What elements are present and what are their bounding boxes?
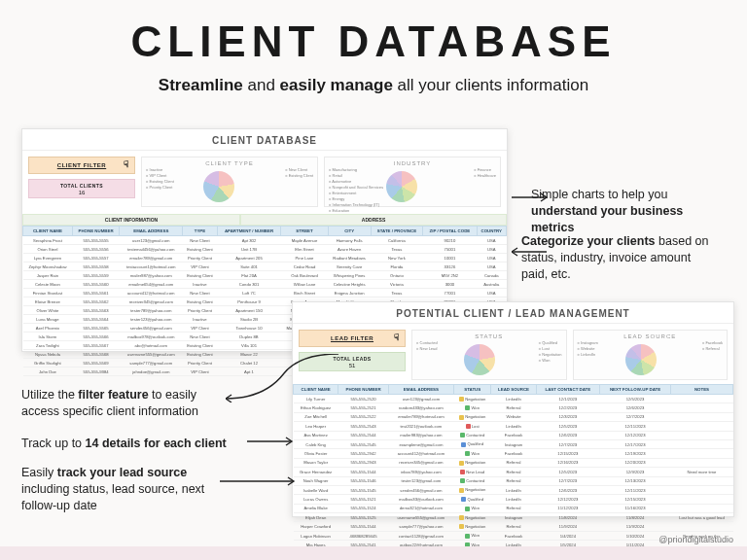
table-row: Zephyr Moonshadow555-555-5558testaccount… bbox=[23, 262, 507, 271]
column-header: PHONE NUMBER bbox=[72, 227, 119, 236]
table-row: Orion Steel555-555-5556testemail456@yaho… bbox=[23, 245, 507, 254]
pie-icon bbox=[386, 171, 417, 202]
column-header: ZIP / POSTAL CODE bbox=[423, 227, 477, 236]
column-header: EMAIL ADDRESS bbox=[388, 385, 453, 395]
page-subtitle: Streamline and easily manage all your cl… bbox=[0, 76, 747, 95]
table-row: Leo Harper555-555-2543test2021@outlook.c… bbox=[294, 422, 733, 431]
table-row: Lucas Owens555-555-1521mailbox33@outlook… bbox=[294, 495, 733, 504]
column-header: CITY bbox=[328, 227, 371, 236]
callout-filter: Utilize the filter feature to easily acc… bbox=[21, 387, 255, 420]
table-row: Ava Martinez555-555-2544mailer983@yahoo.… bbox=[294, 431, 733, 439]
pie-icon bbox=[464, 344, 495, 375]
total-clients-box: TOTAL CLIENTS 16 bbox=[28, 179, 135, 198]
column-header: STREET bbox=[281, 227, 328, 236]
table-row: Ethan Rodriguez555-555-2521random433@yah… bbox=[294, 403, 733, 412]
column-header: EMAIL ADDRESS bbox=[120, 227, 183, 236]
arrow-icon bbox=[247, 437, 296, 446]
column-header: TYPE bbox=[183, 227, 217, 236]
table-row: Mason Taylor555-555-2943receiver345@gmai… bbox=[294, 458, 733, 467]
chart-legend: InactiveVIP ClientExisting ClientPriorit… bbox=[146, 167, 174, 191]
client-filter-button[interactable]: CLIENT FILTER☟ bbox=[28, 157, 135, 174]
table-row: Elijah Dean555-555-1525username555@gmail… bbox=[294, 513, 733, 522]
lead-source-chart: LEAD SOURCE InstagramWebsiteLinkedIn Fac… bbox=[573, 330, 729, 380]
table-row: Caleb King555-555-2545exampleme@gmail.co… bbox=[294, 439, 733, 448]
arrow-icon bbox=[226, 354, 342, 402]
arrow-icon bbox=[512, 192, 551, 202]
card-b-title: POTENTIAL CLIENT / LEAD MANAGEMENT bbox=[293, 302, 733, 324]
table-row: Isabelle Ward555-555-1545sender456@gmail… bbox=[294, 485, 733, 494]
card-a-title: CLIENT DATABASE bbox=[22, 129, 507, 151]
lead-table: CLIENT NAMEPHONE NUMBEREMAIL ADDRESSSTAT… bbox=[293, 384, 733, 560]
callout-charts: Simple charts to help youunderstand your… bbox=[531, 187, 726, 236]
column-header: LEAD SOURCE bbox=[491, 385, 536, 395]
column-header: STATE / PROVINCE bbox=[371, 227, 423, 236]
pie-icon bbox=[625, 344, 657, 375]
table-row: Harper Crawford555-555-1544sample777@yah… bbox=[294, 522, 733, 531]
footer-accent bbox=[0, 546, 747, 560]
arrow-icon bbox=[512, 247, 551, 257]
callout-14-details: Track up to 14 details for each client bbox=[21, 436, 274, 452]
column-header: APARTMENT / NUMBER bbox=[217, 227, 281, 236]
column-header: COUNTRY bbox=[477, 227, 506, 236]
table-row: Finnian Stardust555-555-5561account412@h… bbox=[23, 289, 507, 298]
table-row: Amelia Blake555-555-1524demo321@hotmail.… bbox=[294, 504, 733, 512]
table-row: Lyra Evergreen555-555-5557emailer789@gma… bbox=[23, 254, 507, 262]
table-row: Zoe Mitchell555-555-2522emailer789@hotma… bbox=[294, 412, 733, 421]
industry-chart: INDUSTRY ManufacturingRetailAutomotiveNo… bbox=[324, 157, 501, 207]
column-header: STATUS bbox=[454, 385, 491, 395]
group-header-info: CLIENT INFORMATION bbox=[22, 214, 240, 226]
table-row: Olivia Foster555-555-2942account412@hotm… bbox=[294, 449, 733, 458]
credit: @prioridigitalstudio bbox=[658, 535, 733, 544]
group-header-address: ADDRESS bbox=[240, 214, 507, 226]
table-row: Seraphina Frost555-555-5555user123@gmail… bbox=[23, 236, 507, 245]
table-row: Lily Turner555-555-2520user123@gmail.com… bbox=[294, 395, 733, 403]
callout-categorize: Categorize your clients based on status,… bbox=[521, 233, 726, 283]
table-row: Celeste Moon555-555-5560emailme654@gmail… bbox=[23, 280, 507, 289]
lead-management-card: POTENTIAL CLIENT / LEAD MANAGEMENT LEAD … bbox=[292, 301, 734, 517]
column-header: NEXT FOLLOW-UP DATE bbox=[600, 385, 671, 395]
table-row: Noah Wagner555-555-1546tester123@gmail.c… bbox=[294, 476, 733, 485]
cursor-icon: ☟ bbox=[124, 159, 129, 169]
page-title: CLIENT DATABASE bbox=[0, 18, 747, 66]
column-header: PHONE NUMBER bbox=[338, 385, 389, 395]
table-row: Grace Hernandez555-555-1544inbox789@yaho… bbox=[294, 468, 733, 476]
pie-icon bbox=[203, 171, 234, 202]
table-row: Jasper Rain555-555-5559mailer987@yahoo.c… bbox=[23, 271, 507, 280]
callout-lead-source: Easily track your lead source including … bbox=[21, 465, 265, 514]
column-header: LAST CONTACT DATE bbox=[536, 385, 600, 395]
column-header: CLIENT NAME bbox=[23, 227, 73, 236]
lead-filter-button[interactable]: LEAD FILTER☟ bbox=[299, 330, 406, 347]
column-header: NOTES bbox=[670, 385, 732, 395]
client-type-chart: CLIENT TYPE InactiveVIP ClientExisting C… bbox=[141, 157, 318, 207]
status-chart: STATUS ContactedNew Lead QualifiedLostNe… bbox=[411, 330, 567, 380]
cursor-icon: ☟ bbox=[394, 332, 400, 342]
arrow-icon bbox=[220, 476, 298, 486]
